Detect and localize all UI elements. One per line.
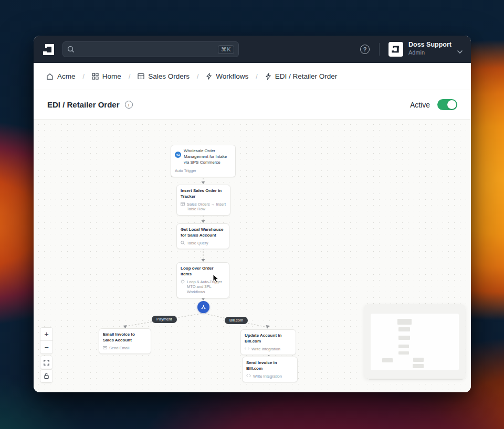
help-icon[interactable]: ?	[360, 45, 370, 54]
zoom-in-button[interactable]: +	[40, 328, 52, 340]
search-input[interactable]	[79, 46, 218, 53]
workflow-node-get-warehouse[interactable]: Get Local Warehouse for Sales Account Ta…	[176, 223, 229, 249]
status-label: Active	[410, 101, 430, 109]
node-subtitle: Send Email	[109, 346, 129, 351]
minimap-node	[398, 327, 410, 331]
workflow-node-update-account[interactable]: Update Account in Bill.com Write Integra…	[240, 329, 296, 355]
node-subtitle: Sales Orders → Insert Table Row	[187, 202, 226, 212]
minimap[interactable]	[364, 304, 465, 379]
fit-view-button[interactable]	[40, 356, 52, 369]
workflow-node-loop-order-items[interactable]: Loop over Order Items Loop & Auto-Trigge…	[176, 262, 229, 298]
search-shortcut-badge: ⌘K	[218, 45, 234, 54]
sps-commerce-icon	[175, 152, 181, 158]
code-icon	[245, 347, 249, 350]
node-title: Wholesale Order Management for Intake vi…	[184, 148, 232, 165]
node-title: Email Invoice to Sales Account	[103, 332, 147, 344]
breadcrumb-separator: /	[197, 73, 198, 80]
minimap-viewport	[371, 314, 459, 370]
minimap-node	[398, 345, 409, 348]
bolt-icon	[265, 73, 271, 80]
breadcrumb-label: Acme	[57, 72, 76, 80]
user-menu[interactable]: Doss Support Admin	[408, 41, 452, 56]
toggle-knob	[447, 100, 456, 109]
topbar-divider	[379, 43, 380, 56]
branch-split-node[interactable]	[197, 301, 209, 313]
node-subtitle: Write Integration	[253, 374, 282, 379]
breadcrumb-item-sales-orders[interactable]: Sales Orders	[138, 72, 190, 80]
lock-icon[interactable]	[40, 370, 52, 382]
table-icon	[181, 202, 185, 206]
mouse-cursor	[213, 274, 220, 285]
workflow-node-trigger[interactable]: Wholesale Order Management for Intake vi…	[171, 145, 236, 177]
workspace-avatar[interactable]	[388, 42, 403, 57]
app-window: ⌘K ? Doss Support Admin Acme /	[34, 36, 471, 392]
mail-icon	[103, 346, 107, 350]
minimap-node	[413, 358, 424, 362]
branch-label-billcom[interactable]: Bill.com	[225, 317, 248, 324]
branch-icon	[201, 304, 206, 310]
breadcrumb-separator: /	[83, 73, 85, 80]
desktop: { "topbar": { "search_shortcut": "⌘K", "…	[0, 0, 504, 429]
node-title: Update Account in Bill.com	[245, 333, 292, 345]
minimap-node	[382, 358, 393, 362]
node-subtitle: Auto Trigger	[175, 168, 196, 174]
minimap-node	[398, 351, 409, 355]
topbar: ⌘K ? Doss Support Admin	[34, 36, 471, 63]
breadcrumb-separator: /	[256, 73, 257, 80]
breadcrumb-item-acme[interactable]: Acme	[46, 72, 76, 80]
breadcrumb-item-edi-retailer-order[interactable]: EDI / Retailer Order	[265, 72, 338, 80]
breadcrumb-label: Home	[102, 72, 121, 80]
bolt-icon	[206, 73, 212, 80]
workflow-canvas[interactable]: Wholesale Order Management for Intake vi…	[34, 120, 471, 392]
code-icon	[246, 374, 251, 378]
workflow-node-send-invoice[interactable]: Send Invoice in Bill.com Write Integrati…	[242, 357, 298, 382]
home-icon	[46, 73, 54, 80]
minimap-node	[398, 336, 410, 340]
minimap-node	[397, 319, 412, 325]
branch-label-payment[interactable]: Payment	[152, 316, 177, 323]
node-subtitle: Write Integration	[251, 347, 280, 352]
breadcrumb-item-home[interactable]: Home	[92, 72, 121, 80]
breadcrumb-label: Sales Orders	[148, 72, 190, 80]
lock-control	[40, 369, 53, 383]
breadcrumb-label: EDI / Retailer Order	[275, 72, 338, 80]
active-toggle[interactable]	[437, 99, 457, 110]
workflow-node-email-invoice[interactable]: Email Invoice to Sales Account Send Emai…	[99, 328, 151, 354]
fit-view-control	[40, 356, 53, 369]
info-icon[interactable]: i	[125, 101, 133, 109]
page-title: EDI / Retailer Order	[47, 100, 120, 109]
horizontal-scrollbar[interactable]	[369, 379, 463, 380]
node-title: Insert Sales Order in Tracker	[181, 188, 226, 200]
workflow-node-insert-sales-order[interactable]: Insert Sales Order in Tracker Sales Orde…	[176, 185, 230, 216]
table-icon	[138, 73, 144, 80]
user-name: Doss Support	[408, 41, 452, 49]
node-title: Send Invoice in Bill.com	[246, 360, 293, 372]
breadcrumb: Acme / Home / Sales Orders / Workflows /…	[34, 63, 471, 90]
search-bar[interactable]: ⌘K	[62, 41, 239, 57]
zoom-out-button[interactable]: −	[40, 341, 52, 353]
search-icon	[67, 46, 75, 53]
doss-logo-icon	[43, 42, 57, 57]
loop-icon	[181, 280, 185, 284]
user-role: Admin	[408, 49, 452, 57]
breadcrumb-item-workflows[interactable]: Workflows	[206, 72, 248, 80]
grid-icon	[92, 73, 99, 80]
breadcrumb-separator: /	[129, 73, 130, 80]
minimap-node	[413, 364, 424, 368]
page-header: EDI / Retailer Order i Active	[34, 90, 471, 120]
zoom-controls: + −	[40, 327, 53, 354]
node-subtitle: Table Query	[187, 241, 208, 246]
breadcrumb-label: Workflows	[216, 72, 248, 80]
node-title: Get Local Warehouse for Sales Account	[181, 227, 225, 239]
search-icon	[181, 241, 185, 245]
chevron-down-icon[interactable]	[457, 47, 463, 56]
